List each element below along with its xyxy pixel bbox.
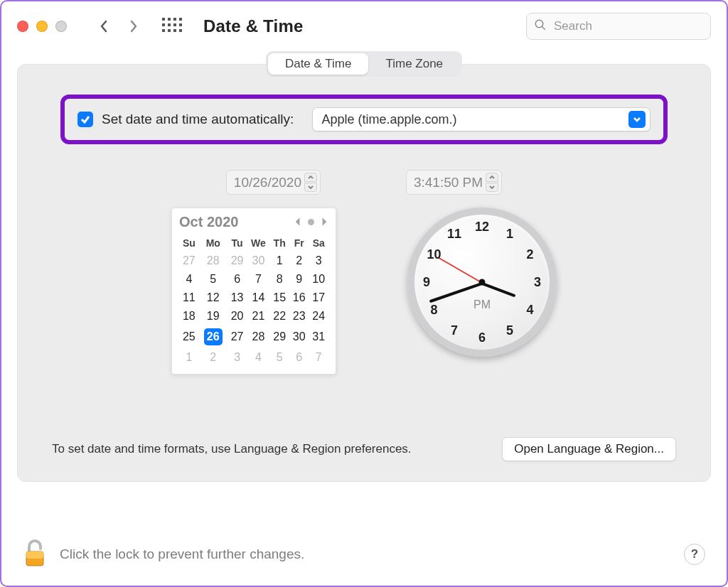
calendar-day[interactable]: 30 [247, 252, 269, 270]
clock-hour-hand [481, 282, 515, 297]
date-value: 10/26/2020 [234, 175, 301, 190]
calendar-day[interactable]: 31 [309, 325, 328, 348]
auto-datetime-label: Set date and time automatically: [102, 112, 294, 127]
tab-time-zone[interactable]: Time Zone [368, 53, 460, 75]
calendar-day[interactable]: 27 [228, 325, 247, 348]
clock-number: 3 [528, 275, 547, 290]
calendar-day[interactable]: 7 [247, 270, 269, 289]
time-step-down[interactable] [486, 183, 498, 192]
bottom-bar: Click the lock to prevent further change… [1, 523, 727, 586]
calendar-day[interactable]: 14 [247, 289, 269, 307]
calendar-day[interactable]: 23 [289, 307, 309, 325]
calendar-day[interactable]: 15 [269, 289, 289, 307]
forward-button[interactable] [124, 16, 144, 36]
calendar-day[interactable]: 13 [228, 289, 247, 307]
calendar-day[interactable]: 18 [179, 307, 199, 325]
calendar-day[interactable]: 21 [247, 307, 269, 325]
date-step-down[interactable] [304, 183, 317, 192]
calendar-day[interactable]: 17 [309, 289, 328, 307]
show-all-preferences-icon[interactable] [162, 18, 179, 35]
calendar-day[interactable]: 3 [309, 252, 328, 270]
calendar-day[interactable]: 11 [179, 289, 199, 307]
clock-number: 5 [500, 323, 519, 338]
clock-number: 2 [521, 247, 540, 262]
tab-bar: Date & Time Time Zone [17, 51, 711, 77]
calendar-day[interactable]: 20 [228, 307, 247, 325]
calendar-day[interactable]: 5 [199, 270, 228, 289]
calendar-day[interactable]: 12 [199, 289, 228, 307]
calendar-day[interactable]: 30 [289, 325, 309, 348]
clock-number: 11 [445, 227, 464, 242]
footer-hint: To set date and time formats, use Langua… [52, 442, 412, 456]
back-button[interactable] [94, 16, 114, 36]
calendar-day[interactable]: 22 [269, 307, 289, 325]
time-stepper[interactable]: 3:41:50 PM [406, 170, 502, 195]
clock-number: 12 [473, 220, 491, 235]
calendar-day[interactable]: 6 [228, 270, 247, 289]
clock-number: 4 [521, 303, 540, 318]
preferences-panel: Set date and time automatically: Apple (… [17, 64, 711, 482]
svg-point-0 [535, 20, 543, 28]
calendar-month-label: Oct 2020 [179, 214, 238, 230]
date-stepper[interactable]: 10/26/2020 [226, 170, 321, 195]
time-step-up[interactable] [486, 173, 498, 182]
calendar-today-icon[interactable] [308, 219, 314, 225]
calendar-day[interactable]: 3 [228, 348, 247, 367]
calendar-next-icon[interactable] [320, 216, 328, 229]
lock-icon[interactable] [23, 537, 47, 571]
calendar-day[interactable]: 24 [309, 307, 328, 325]
calendar-day[interactable]: 2 [289, 252, 309, 270]
calendar-day[interactable]: 4 [247, 348, 269, 367]
calendar-day[interactable]: 29 [228, 252, 247, 270]
calendar-day[interactable]: 9 [289, 270, 309, 289]
calendar-weekday: We [247, 235, 269, 252]
search-field[interactable] [526, 13, 711, 40]
search-icon [534, 18, 547, 34]
close-window-button[interactable] [17, 21, 28, 32]
calendar-weekday: Fr [289, 235, 309, 252]
calendar[interactable]: Oct 2020 SuMoTuWeThFrSa 2728293012345678… [171, 208, 336, 375]
minimize-window-button[interactable] [36, 21, 48, 32]
tab-date-time[interactable]: Date & Time [268, 53, 369, 75]
calendar-day[interactable]: 28 [199, 252, 228, 270]
calendar-day[interactable]: 7 [309, 348, 328, 367]
calendar-weekday: Sa [309, 235, 328, 252]
clock-number: 8 [424, 303, 443, 318]
search-input[interactable] [552, 18, 703, 34]
calendar-day[interactable]: 16 [289, 289, 309, 307]
calendar-day[interactable]: 1 [179, 348, 199, 367]
toolbar: Date & Time [1, 1, 727, 51]
analog-clock: PM 123456789101112 [407, 208, 557, 357]
time-server-value: Apple (time.apple.com.) [321, 112, 456, 127]
calendar-day[interactable]: 29 [269, 325, 289, 348]
calendar-day[interactable]: 26 [199, 325, 228, 348]
calendar-grid: SuMoTuWeThFrSa 2728293012345678910111213… [179, 235, 328, 367]
calendar-day[interactable]: 6 [289, 348, 309, 367]
clock-number: 6 [473, 330, 491, 345]
calendar-day[interactable]: 2 [199, 348, 228, 367]
calendar-day[interactable]: 8 [269, 270, 289, 289]
calendar-day[interactable]: 4 [179, 270, 199, 289]
time-server-combo[interactable]: Apple (time.apple.com.) [312, 107, 651, 131]
clock-number: 1 [500, 227, 519, 242]
calendar-day[interactable]: 19 [199, 307, 228, 325]
auto-datetime-checkbox[interactable] [77, 112, 93, 127]
clock-number: 10 [424, 247, 443, 262]
window-title: Date & Time [203, 16, 303, 36]
calendar-day[interactable]: 25 [179, 325, 199, 348]
clock-number: 7 [445, 323, 464, 338]
date-step-up[interactable] [304, 173, 317, 182]
zoom-window-button[interactable] [55, 21, 67, 32]
calendar-day[interactable]: 1 [269, 252, 289, 270]
calendar-day[interactable]: 10 [309, 270, 328, 289]
calendar-weekday: Su [179, 235, 199, 252]
open-language-region-button[interactable]: Open Language & Region... [502, 437, 676, 461]
calendar-day[interactable]: 27 [179, 252, 199, 270]
calendar-weekday: Mo [199, 235, 228, 252]
calendar-prev-icon[interactable] [294, 216, 302, 229]
calendar-day[interactable]: 5 [269, 348, 289, 367]
help-button[interactable]: ? [684, 544, 705, 565]
calendar-weekday: Th [269, 235, 289, 252]
calendar-day[interactable]: 28 [247, 325, 269, 348]
clock-second-hand [437, 257, 482, 284]
